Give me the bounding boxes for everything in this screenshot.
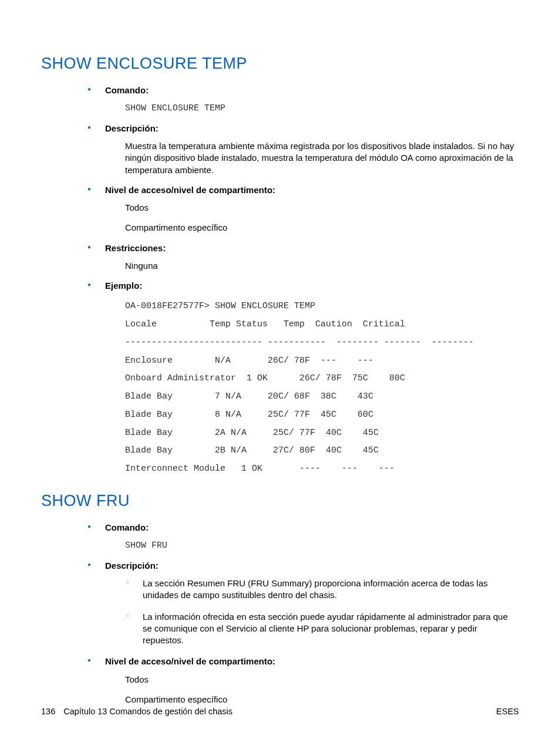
label-nivel: Nivel de acceso/nivel de compartimento: — [105, 184, 519, 196]
item-restricciones: Restricciones: Ninguna — [85, 242, 519, 272]
label-restricciones: Restricciones: — [105, 242, 519, 254]
item-comando: Comando: SHOW ENCLOSURE TEMP — [85, 85, 519, 114]
text-restricciones: Ninguna — [125, 260, 519, 272]
heading-show-fru: SHOW FRU — [41, 490, 519, 511]
desc-sub-2: La información ofrecida en esta sección … — [125, 611, 519, 647]
item-descripcion-fru: Descripción: La sección Resumen FRU (FRU… — [85, 560, 519, 647]
text-nivel-compartimento: Compartimento específico — [125, 222, 519, 234]
label-descripcion: Descripción: — [105, 123, 519, 134]
section-show-fru: Comando: SHOW FRU Descripción: La secció… — [85, 522, 519, 706]
label-comando-fru: Comando: — [105, 522, 519, 534]
heading-show-enclosure-temp: SHOW ENCLOSURE TEMP — [41, 53, 519, 74]
section-show-enclosure-temp: Comando: SHOW ENCLOSURE TEMP Descripción… — [85, 85, 519, 478]
label-ejemplo: Ejemplo: — [105, 280, 519, 292]
item-nivel: Nivel de acceso/nivel de compartimento: … — [85, 184, 519, 234]
chapter-title: Capítulo 13 Comandos de gestión del chas… — [63, 707, 232, 716]
label-comando: Comando: — [105, 85, 519, 96]
item-descripcion: Descripción: Muestra la temperatura ambi… — [85, 123, 519, 176]
text-nivel-todos-fru: Todos — [125, 674, 519, 686]
text-nivel-compartimento-fru: Compartimento específico — [125, 694, 519, 706]
footer-right: ESES — [496, 706, 519, 718]
item-ejemplo: Ejemplo: OA-0018FE27577F> SHOW ENCLOSURE… — [85, 280, 519, 478]
text-comando-fru: SHOW FRU — [125, 540, 519, 552]
page-footer: 136 Capítulo 13 Comandos de gestión del … — [41, 706, 519, 718]
example-output: OA-0018FE27577F> SHOW ENCLOSURE TEMP Loc… — [125, 298, 519, 478]
page-number: 136 — [41, 707, 55, 716]
label-nivel-fru: Nivel de acceso/nivel de compartimento: — [105, 656, 519, 667]
desc-sub-1: La sección Resumen FRU (FRU Summary) pro… — [125, 578, 519, 602]
item-nivel-fru: Nivel de acceso/nivel de compartimento: … — [85, 656, 519, 706]
text-comando: SHOW ENCLOSURE TEMP — [125, 103, 519, 114]
text-descripcion: Muestra la temperatura ambiente máxima r… — [125, 140, 519, 176]
text-nivel-todos: Todos — [125, 202, 519, 214]
label-descripcion-fru: Descripción: — [105, 560, 519, 572]
item-comando-fru: Comando: SHOW FRU — [85, 522, 519, 552]
